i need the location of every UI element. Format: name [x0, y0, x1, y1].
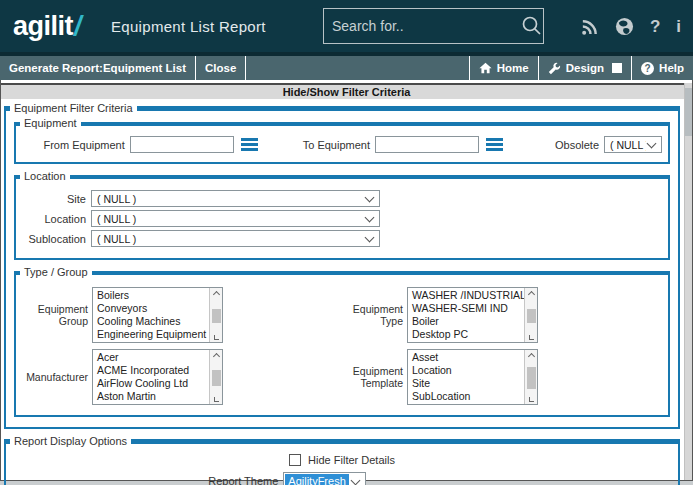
vertical-scrollbar-thumb[interactable]	[685, 88, 692, 136]
scroll-thumb[interactable]	[527, 367, 536, 389]
list-item[interactable]: ACME Incorporated	[93, 364, 209, 377]
toolbar-right-group: Home Design ? Help	[469, 56, 693, 80]
site-value: ( NULL )	[92, 193, 364, 205]
globe-icon[interactable]	[615, 17, 634, 36]
location-legend: Location	[20, 169, 70, 183]
list-item[interactable]: Aston Martin	[93, 390, 209, 403]
scroll-thumb[interactable]	[212, 370, 221, 386]
equipment-legend: Equipment	[20, 116, 81, 130]
help-icon[interactable]: ?	[650, 18, 660, 35]
list-item[interactable]: Desktop PC	[408, 328, 524, 341]
equipment-group-label: Equipment Group	[26, 303, 88, 327]
vertical-scrollbar[interactable]	[684, 83, 692, 480]
chevron-down-icon	[365, 233, 375, 243]
list-item[interactable]: WASHER /INDUSTRIAL	[408, 289, 524, 302]
scroll-down-icon[interactable]	[529, 335, 534, 340]
toolbar-help-button[interactable]: ? Help	[631, 56, 693, 80]
logo-slash-icon: /	[74, 11, 81, 42]
listbox-scrollbar[interactable]	[209, 350, 222, 404]
list-item[interactable]: Boiler	[408, 315, 524, 328]
hide-filter-details-label: Hide Filter Details	[308, 454, 395, 466]
type-group-legend: Type / Group	[20, 265, 92, 279]
equipment-type-label: Equipment Type	[341, 303, 403, 327]
scroll-down-icon[interactable]	[214, 335, 219, 340]
list-item[interactable]: Engineering Equipment	[93, 328, 209, 341]
list-item[interactable]: WASHER-SEMI IND	[408, 302, 524, 315]
report-theme-label: Report Theme	[208, 475, 278, 485]
location-label: Location	[22, 213, 86, 225]
scroll-down-icon[interactable]	[214, 397, 219, 402]
report-display-options-legend: Report Display Options	[10, 434, 131, 448]
scroll-up-icon[interactable]	[527, 291, 534, 298]
from-equipment-lookup-icon[interactable]	[241, 138, 258, 151]
rss-icon[interactable]	[580, 17, 599, 36]
listbox-scrollbar[interactable]	[524, 288, 537, 342]
scroll-up-icon[interactable]	[212, 353, 219, 360]
hide-filter-details-row: Hide Filter Details	[6, 454, 678, 466]
equipment-type-listbox[interactable]: WASHER /INDUSTRIAL WASHER-SEMI IND Boile…	[407, 287, 538, 343]
from-equipment-label: From Equipment	[22, 139, 125, 151]
list-item[interactable]: Acer	[93, 351, 209, 364]
manufacturer-cell: Manufacturer Acer ACME Incorporated AirF…	[26, 349, 223, 405]
list-item[interactable]: Site	[408, 377, 524, 390]
search-input[interactable]	[324, 18, 521, 34]
site-select[interactable]: ( NULL )	[91, 190, 380, 207]
report-content: Hide/Show Filter Criteria Equipment Filt…	[0, 80, 693, 481]
list-item[interactable]: Boilers	[93, 289, 209, 302]
agility-logo[interactable]: agilit/	[13, 11, 81, 42]
site-label: Site	[22, 193, 86, 205]
list-item[interactable]: Conveyors	[93, 302, 209, 315]
scroll-up-icon[interactable]	[527, 353, 534, 360]
page-title: Equipment List Report	[111, 18, 266, 35]
to-equipment-input[interactable]	[375, 136, 479, 153]
report-theme-value: AgilityFresh	[285, 474, 348, 485]
scroll-thumb[interactable]	[527, 309, 536, 323]
list-item[interactable]: Asset	[408, 351, 524, 364]
header-icons: ? i	[580, 0, 681, 52]
info-icon[interactable]: i	[676, 18, 681, 35]
close-button[interactable]: Close	[196, 56, 246, 80]
scroll-thumb[interactable]	[212, 309, 221, 323]
list-item[interactable]: Cooling Machines	[93, 315, 209, 328]
equipment-filter-criteria-fieldset: Equipment Filter Criteria Equipment From…	[4, 106, 680, 429]
report-theme-select[interactable]: AgilityFresh	[283, 472, 365, 485]
home-button[interactable]: Home	[469, 56, 538, 80]
equipment-group-listbox[interactable]: Boilers Conveyors Cooling Machines Engin…	[92, 287, 223, 343]
obsolete-select[interactable]: ( NULL )	[604, 136, 662, 153]
location-select[interactable]: ( NULL )	[91, 210, 380, 227]
report-toolbar: Generate Report:Equipment List Close Hom…	[0, 52, 693, 80]
to-equipment-label: To Equipment	[281, 139, 370, 151]
help-circle-icon: ?	[641, 62, 654, 75]
equipment-template-cell: Equipment Template Asset Location Site S…	[341, 349, 538, 405]
sublocation-label: Sublocation	[22, 233, 86, 245]
app-header: agilit/ Equipment List Report ? i	[0, 0, 693, 52]
listbox-scrollbar[interactable]	[524, 350, 537, 404]
generate-report-button[interactable]: Generate Report:Equipment List	[0, 56, 196, 80]
scroll-up-icon[interactable]	[212, 291, 219, 298]
equipment-template-listbox[interactable]: Asset Location Site SubLocation	[407, 349, 538, 405]
listbox-scrollbar[interactable]	[209, 288, 222, 342]
list-item[interactable]: SubLocation	[408, 390, 524, 403]
from-equipment-input[interactable]	[130, 136, 234, 153]
search-icon[interactable]	[521, 15, 543, 37]
chevron-down-icon	[365, 213, 375, 223]
scroll-down-icon[interactable]	[529, 397, 534, 402]
location-value: ( NULL )	[92, 213, 364, 225]
search-box[interactable]	[323, 8, 544, 44]
to-equipment-lookup-icon[interactable]	[486, 138, 503, 151]
design-label: Design	[566, 62, 604, 74]
obsolete-label: Obsolete	[555, 139, 599, 151]
list-item[interactable]: AirFlow Cooling Ltd	[93, 377, 209, 390]
design-button[interactable]: Design	[538, 56, 631, 80]
equipment-fieldset: Equipment From Equipment To Equipment Ob…	[14, 122, 670, 164]
manufacturer-label: Manufacturer	[26, 371, 88, 383]
report-theme-row: Report Theme AgilityFresh	[6, 472, 678, 485]
manufacturer-listbox[interactable]: Acer ACME Incorporated AirFlow Cooling L…	[92, 349, 223, 405]
sublocation-select[interactable]: ( NULL )	[91, 230, 380, 247]
equipment-type-cell: Equipment Type WASHER /INDUSTRIAL WASHER…	[341, 287, 538, 343]
site-row: Site ( NULL )	[22, 190, 662, 207]
chevron-down-icon	[647, 139, 657, 149]
list-item[interactable]: Location	[408, 364, 524, 377]
hide-show-filter-toggle[interactable]: Hide/Show Filter Criteria	[1, 83, 692, 99]
hide-filter-details-checkbox[interactable]	[289, 454, 301, 466]
